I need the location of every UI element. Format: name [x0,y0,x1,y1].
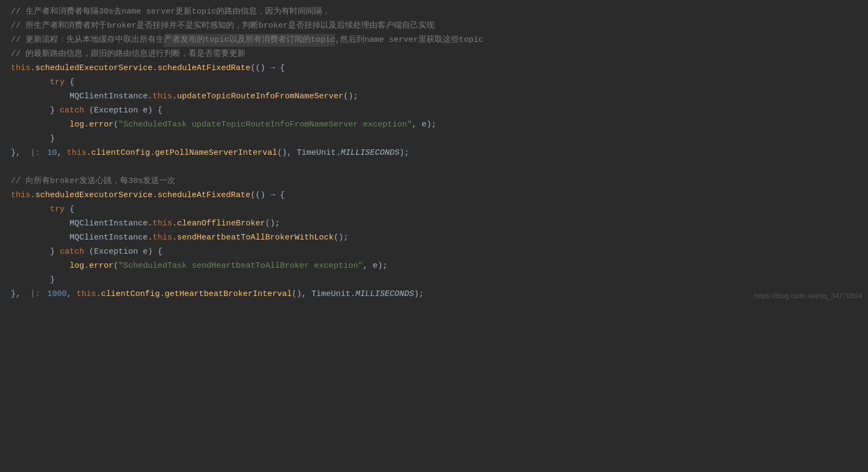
method-11b: getPollNameServerInterval [155,147,277,160]
log-9: log [70,118,84,131]
code-line-15: try { [0,203,868,217]
comment-4: // 的最新路由信息，跟旧的路由信息进行判断，看是否需要更新 [11,48,246,61]
try-kw-15: try [50,203,65,216]
plain-11f: (), [277,147,297,160]
plain-11b [42,147,47,160]
line-marker-21: |: [30,288,40,301]
brace-8: } [50,104,60,117]
plain-16b: . [172,217,177,230]
method-21a: clientConfig [101,288,160,301]
this-kw-5: this [11,62,30,75]
plain-9c: , e); [412,118,436,131]
code-line-7: MQClientInstance.this.updateTopicRouteIn… [0,90,868,104]
plain-14c: (() → { [250,189,285,202]
method-5b: scheduleAtFixedRate [158,62,250,75]
plain-21c: , [67,288,77,301]
milliseconds-21: MILLISECONDS [355,288,414,301]
string-9: "ScheduledTask updateTopicRouteInfoFromN… [118,118,412,131]
indent-20 [11,274,50,287]
comment-3: // 更新流程：先从本地缓存中取出所有生 [11,34,164,47]
plain-21h: ); [414,288,424,301]
method-17: sendHeartbeatToAllBrokerWithLock [177,231,334,244]
code-line-empty-1 [0,161,868,175]
code-line-18: } catch (Exception e) { [0,246,868,260]
plain-6: { [65,76,74,89]
plain-16a: . [148,217,153,230]
plain-19c: , e); [363,260,387,273]
this-kw-14: this [11,189,30,202]
code-line-5: this.scheduledExecutorService.scheduleAt… [0,62,868,76]
exception-8: Exception [94,104,138,117]
this-kw-16: this [153,217,172,230]
indent-8 [11,104,50,117]
plain-11c: , [57,147,67,160]
timeunit-21: TimeUnit [311,288,350,301]
method-14b: scheduleAtFixedRate [158,189,250,202]
plain-14b: . [153,189,158,202]
indent-6 [11,76,50,89]
plain-14a: . [30,189,35,202]
method-16: cleanOfflineBroker [177,217,265,230]
code-line-4: // 的最新路由信息，跟旧的路由信息进行判断，看是否需要更新 [0,48,868,62]
plain-21a: }, [11,288,30,301]
method-5a: scheduledExecutorService [35,62,153,75]
catch-kw-8: catch [60,104,84,117]
log-19: log [70,260,84,273]
plain-8b: e) { [138,104,162,117]
plain-17b: . [172,231,177,244]
plain-7a: . [148,90,153,103]
plain-11h: ); [399,147,409,160]
plain-21e: . [160,288,165,301]
plain-5a: . [30,62,35,75]
code-line-13: // 向所有broker发送心跳，每30s发送一次 [0,175,868,189]
indent-19 [11,260,70,273]
this-kw-21: this [77,288,96,301]
plain-18: ( [84,246,94,259]
plain-15: { [65,203,74,216]
code-editor: // 生产者和消费者每隔30s去name server更新topic的路由信息，… [0,0,868,307]
plain-11a: }, [11,147,30,160]
brace-10: } [50,133,55,146]
indent-7 [11,90,70,103]
indent-10 [11,133,50,146]
method-7: updateTopicRouteInfoFromNameServer [177,90,343,103]
plain-5b: . [153,62,158,75]
plain-19b: ( [114,260,118,273]
catch-kw-18: catch [60,246,84,259]
comment-1: // 生产者和消费者每隔30s去name server更新topic的路由信息，… [11,5,330,18]
indent-18 [11,246,50,259]
plain-21d: . [96,288,101,301]
milliseconds-11: MILLISECONDS [341,147,399,160]
brace-18: } [50,246,60,259]
number-11: 10 [47,147,57,160]
code-line-6: try { [0,76,868,90]
code-line-14: this.scheduledExecutorService.scheduleAt… [0,189,868,203]
classname-17: MQClientInstance [70,231,148,244]
plain-17c: (); [334,231,348,244]
indent-16 [11,217,70,230]
plain-11g: . [336,147,341,160]
method-11a: clientConfig [91,147,150,160]
plain-16c: (); [265,217,280,230]
plain-19a: . [84,260,89,273]
plain-9b: ( [114,118,118,131]
error-19: error [89,260,114,273]
watermark: https://blog.csdn.net/qq_34770694 [754,291,863,302]
this-kw-7: this [153,90,172,103]
try-kw-6: try [50,76,65,89]
plain-21f: (), [292,288,311,301]
code-line-9: log.error("ScheduledTask updateTopicRout… [0,118,868,133]
method-21b: getHeartbeatBrokerInterval [165,288,292,301]
code-line-3: // 更新流程：先从本地缓存中取出所有生产者发布的topic以及所有消费者订阅的… [0,34,868,48]
string-19: "ScheduledTask sendHeartbeatToAllBroker … [118,260,363,273]
plain-18b: e) { [138,246,162,259]
indent-17 [11,231,70,244]
code-line-2: // 所生产者和消费者对于broker是否挂掉并不是实时感知的，判断broker… [0,20,868,34]
code-line-19: log.error("ScheduledTask sendHeartbeatTo… [0,260,868,274]
plain-11e: . [150,147,155,160]
comment-13: // 向所有broker发送心跳，每30s发送一次 [11,175,175,188]
plain-9a: . [84,118,89,131]
line-marker-11: |: [30,147,40,160]
method-14a: scheduledExecutorService [35,189,153,202]
comment-3-highlight: 产者发布的topic以及所有消费者订阅的topic [164,34,335,47]
